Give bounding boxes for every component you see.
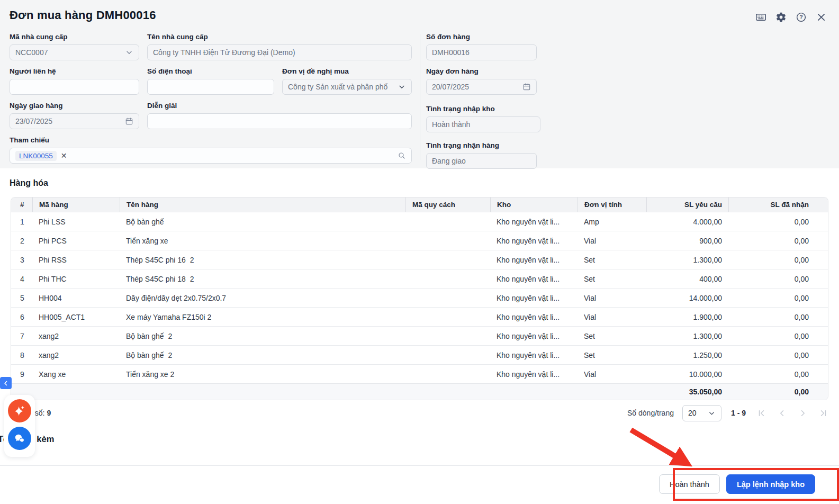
chevron-down-icon [398,83,406,91]
order-date-value: 20/07/2025 [432,83,518,91]
cell-qty_received: 0,00 [728,308,828,327]
field-label: Tình trạng nhập kho [426,105,537,113]
last-page-icon[interactable] [818,408,828,418]
table-row[interactable]: 7xang2Bộ bàn ghế 2Kho nguyên vật li...Se… [11,327,828,346]
supplier-name-value: Công ty TNHH Điện Tử Đương Đại (Demo) [153,48,406,57]
receiving-status-input: Đang giao [426,153,537,169]
purchase-unit-value: Công ty Sản xuất và phân phố [288,83,401,91]
stock-in-status-input: Hoàn thành [426,116,540,132]
field-label: Số đơn hàng [426,33,537,41]
cell-unit: Vial [578,289,646,308]
field-purchase-unit: Đơn vị đề nghị mua Công ty Sản xuất và p… [282,67,412,95]
field-label: Tình trạng nhận hàng [426,141,537,149]
goods-table: # Mã hàng Tên hàng Mã quy cách Kho Đơn v… [11,197,828,400]
cell-spec [405,231,490,250]
cell-name: Thép S45C phi 18 2 [120,269,405,289]
field-contact-person: Người liên hệ [10,67,139,95]
cell-qty_received: 0,00 [728,231,828,250]
table-row[interactable]: 3Phi RSSThép S45C phi 16 2Kho nguyên vật… [11,250,828,269]
column-header-code: Mã hàng [32,197,120,212]
table-header-row: # Mã hàng Tên hàng Mã quy cách Kho Đơn v… [11,197,828,212]
cell-qty_requested: 1.300,00 [646,327,728,346]
field-label: Diễn giải [147,102,412,110]
cell-code: xang2 [32,327,120,346]
cell-name: Bộ bàn ghế 2 [120,327,405,346]
table-row[interactable]: 6HH005_ACT1Xe máy Yamaha FZ150i 2Kho ngu… [11,308,828,327]
header-icons: ? [755,11,827,23]
table-row[interactable]: 8xang2Bộ bàn ghế 2Kho nguyên vật li...Se… [11,346,828,365]
keyboard-icon[interactable] [755,11,767,23]
chevron-left-icon [3,380,9,386]
table-row[interactable]: 5HH004Dây điện/dây dẹt 2x0.75/2x0.7Kho n… [11,289,828,308]
field-order-number: Số đơn hàng DMH00016 [426,33,537,60]
cell-spec [405,365,490,384]
purchase-unit-select[interactable]: Công ty Sản xuất và phân phố [282,79,412,95]
contact-person-input[interactable] [10,79,139,95]
supplier-name-input[interactable]: Công ty TNHH Điện Tử Đương Đại (Demo) [147,44,412,60]
cell-code: HH005_ACT1 [32,308,120,327]
prev-page-icon[interactable] [777,408,787,418]
cell-unit: Amp [578,212,646,231]
cell-spec [405,269,490,289]
table-row[interactable]: 4Phi THCThép S45C phi 18 2Kho nguyên vật… [11,269,828,289]
cell-warehouse: Kho nguyên vật li... [490,212,578,231]
cell-idx: 5 [11,289,32,308]
table-row[interactable]: 9Xang xeTiển xăng xe 2Kho nguyên vật li.… [11,365,828,384]
phone-input[interactable] [147,79,274,95]
order-date-input[interactable]: 20/07/2025 [426,79,537,95]
pagination: Số dòng/trang 20 1 - 9 [627,405,828,421]
form-right: Số đơn hàng DMH00016 Ngày đơn hàng 20/07… [426,33,537,169]
order-form-panel: Đơn mua hàng DMH00016 ? Mã [0,0,839,168]
cell-name: Dây điện/dây dẹt 2x0.75/2x0.7 [120,289,405,308]
cell-name: Tiển xăng xe [120,231,405,250]
cell-code: Phi RSS [32,250,120,269]
cell-idx: 2 [11,231,32,250]
delivery-date-input[interactable]: 23/07/2025 [10,113,139,129]
cell-warehouse: Kho nguyên vật li... [490,269,578,289]
page-size-select[interactable]: 20 [682,405,721,421]
chat-button[interactable] [8,427,31,450]
cell-name: Bộ bàn ghế 2 [120,346,405,365]
next-page-icon[interactable] [798,408,808,418]
cell-name: Xe máy Yamaha FZ150i 2 [120,308,405,327]
column-header-index: # [11,197,32,212]
cell-qty_requested: 400,00 [646,269,728,289]
remove-tag-icon[interactable]: ✕ [61,152,67,159]
total-qty-received: 0,00 [728,384,828,400]
cell-warehouse: Kho nguyên vật li... [490,346,578,365]
help-icon[interactable]: ? [795,11,807,23]
field-label: Số điện thoại [147,67,274,75]
ai-assistant-button[interactable] [8,399,31,422]
gear-icon[interactable] [775,11,787,23]
field-phone: Số điện thoại [147,67,274,95]
close-icon[interactable] [815,11,827,23]
cell-unit: Set [578,327,646,346]
footer-divider [0,465,839,466]
complete-button[interactable]: Hoàn thành [659,474,720,494]
column-header-unit: Đơn vị tính [578,197,646,212]
page-range: 1 - 9 [731,409,746,417]
collapse-widget-button[interactable] [0,377,12,389]
cell-qty_received: 0,00 [728,269,828,289]
cell-idx: 3 [11,250,32,269]
table-row[interactable]: 1Phi LSSBộ bàn ghếKho nguyên vật li...Am… [11,212,828,231]
action-bar: Hoàn thành Lập lệnh nhập kho [659,474,815,494]
page-size-value: 20 [688,409,697,417]
first-page-icon[interactable] [756,408,766,418]
order-number-input[interactable]: DMH00016 [426,44,537,60]
search-icon[interactable] [398,151,406,160]
cell-warehouse: Kho nguyên vật li... [490,289,578,308]
field-label: Đơn vị đề nghị mua [282,67,412,75]
reference-tag: LNK00055 [15,151,57,161]
create-stock-in-button[interactable]: Lập lệnh nhập kho [726,474,815,494]
cell-name: Bộ bàn ghế [120,212,405,231]
rows-per-page-label: Số dòng/trang [627,409,674,417]
reference-input[interactable]: LNK00055 ✕ [10,148,412,164]
table-row[interactable]: 2Phi PCSTiển xăng xeKho nguyên vật li...… [11,231,828,250]
page-title: Đơn mua hàng DMH00016 [10,8,156,22]
total-qty-requested: 35.050,00 [646,384,728,400]
cell-code: Phi LSS [32,212,120,231]
supplier-code-select[interactable]: NCC0007 [10,44,139,60]
description-input[interactable] [147,113,412,129]
calendar-icon [125,117,133,125]
